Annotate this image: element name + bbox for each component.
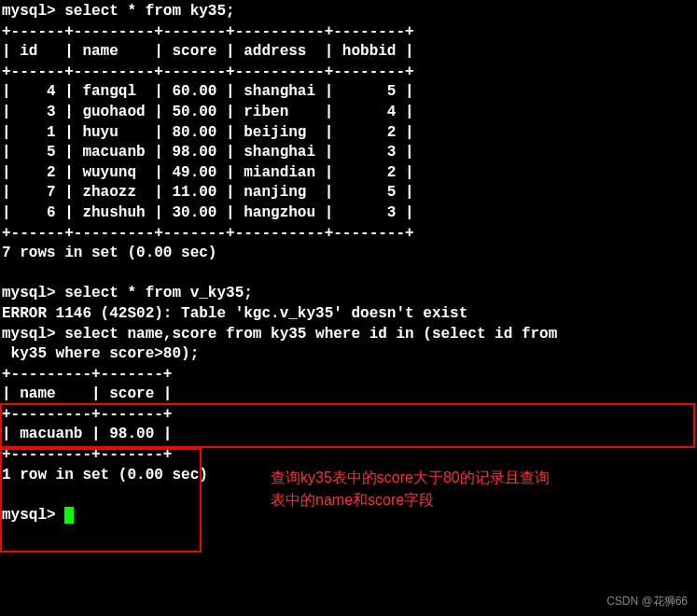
table-row: | 4 | fangql | 60.00 | shanghai | 5 | — [2, 83, 414, 100]
table-row: | 1 | huyu | 80.00 | beijing | 2 | — [2, 124, 414, 141]
watermark: CSDN @花狮66 — [606, 594, 688, 609]
table-header: | name | score | — [2, 385, 172, 402]
table-row: | 6 | zhushuh | 30.00 | hangzhou | 3 | — [2, 204, 414, 221]
result-summary: 1 row in set (0.00 sec) — [2, 467, 208, 483]
table-border: +------+---------+-------+----------+---… — [2, 63, 414, 80]
prompt: mysql> — [2, 326, 64, 343]
prompt: mysql> — [2, 3, 64, 20]
table-row: | 2 | wuyunq | 49.00 | miandian | 2 | — [2, 164, 414, 181]
table-border: +---------+-------+ — [2, 366, 172, 383]
table-header: | id | name | score | address | hobbid | — [2, 43, 414, 60]
table-row: | macuanb | 98.00 | — [2, 426, 172, 442]
prompt: mysql> — [2, 285, 64, 301]
sql-query-3-line1: select name,score from ky35 where id in … — [64, 326, 557, 343]
result-summary: 7 rows in set (0.00 sec) — [2, 245, 216, 261]
annotation-line-1: 查询ky35表中的score大于80的记录且查询 — [271, 467, 550, 489]
error-message: ERROR 1146 (42S02): Table 'kgc.v_ky35' d… — [2, 305, 467, 322]
table-border: +------+---------+-------+----------+---… — [2, 225, 414, 242]
table-row: | 5 | macuanb | 98.00 | shanghai | 3 | — [2, 144, 414, 161]
table-row: | 7 | zhaozz | 11.00 | nanjing | 5 | — [2, 184, 414, 201]
annotation-text: 查询ky35表中的score大于80的记录且查询 表中的name和score字段 — [271, 467, 550, 511]
table-border: +---------+-------+ — [2, 446, 172, 463]
table-border: +------+---------+-------+----------+---… — [2, 23, 414, 40]
cursor[interactable] — [64, 507, 74, 524]
table-border: +---------+-------+ — [2, 406, 172, 423]
terminal-output: mysql> select * from ky35; +------+-----… — [0, 0, 697, 525]
prompt: mysql> — [2, 507, 64, 524]
sql-query-2: select * from v_ky35; — [64, 285, 253, 301]
sql-query-3-line2: ky35 where score>80); — [2, 345, 199, 362]
annotation-line-2: 表中的name和score字段 — [271, 489, 550, 511]
sql-query-1: select * from ky35; — [64, 3, 234, 20]
table-row: | 3 | guohaod | 50.00 | riben | 4 | — [2, 104, 414, 120]
